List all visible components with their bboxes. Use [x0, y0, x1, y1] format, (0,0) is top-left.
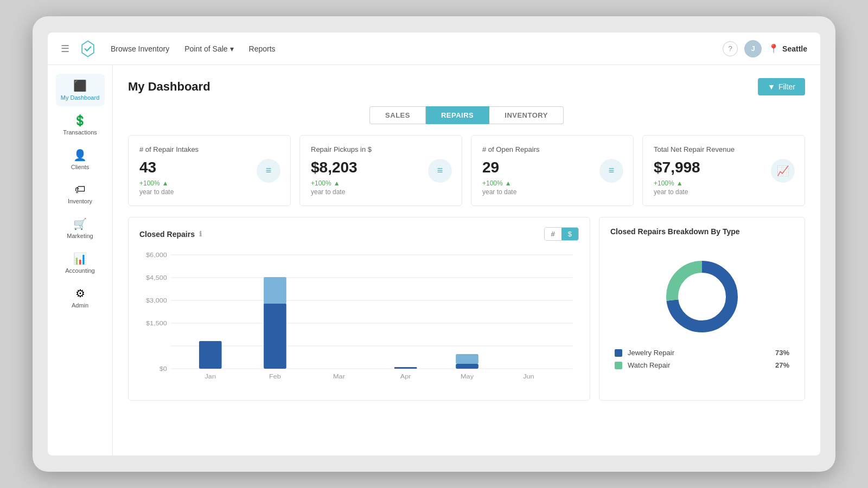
stat-change-0: +100% ▲ [139, 179, 279, 187]
transactions-icon: 💲 [73, 114, 87, 127]
sidebar-item-accounting[interactable]: 📊Accounting [56, 247, 105, 279]
stat-card-3: Total Net Repair Revenue $7,998 +100% ▲ … [642, 135, 805, 206]
sidebar-item-clients[interactable]: 👤Clients [56, 143, 105, 176]
help-button[interactable]: ? [723, 41, 738, 56]
sidebar-label-accounting: Accounting [65, 267, 94, 274]
toggle-count[interactable]: # [545, 228, 561, 240]
up-arrow-icon: ▲ [676, 179, 683, 187]
svg-text:$4,500: $4,500 [146, 274, 167, 281]
stat-title-2: # of Open Repairs [482, 145, 622, 153]
page-header: My Dashboard ▼ Filter [128, 78, 805, 95]
stat-period-1: year to date [311, 188, 451, 196]
tab-inventory[interactable]: INVENTORY [489, 106, 564, 124]
legend-pct: 27% [775, 361, 789, 369]
stat-change-3: +100% ▲ [654, 179, 794, 187]
nav-browse-inventory[interactable]: Browse Inventory [111, 44, 169, 53]
charts-row: Closed Repairs ℹ # $ [128, 217, 805, 401]
legend-dot [615, 362, 622, 369]
stat-icon-3: 📈 [771, 159, 795, 183]
stat-period-0: year to date [139, 188, 279, 196]
stat-period-3: year to date [654, 188, 794, 196]
svg-text:Mar: Mar [333, 373, 345, 380]
filter-icon: ▼ [768, 82, 775, 91]
app-logo [78, 39, 98, 59]
svg-text:$6,000: $6,000 [146, 252, 167, 259]
content-area: My Dashboard ▼ Filter SALESREPAIRSINVENT… [113, 65, 820, 455]
stat-title-3: Total Net Repair Revenue [654, 145, 794, 153]
breakdown-chart-title: Closed Repairs Breakdown By Type [610, 227, 740, 236]
svg-rect-11 [199, 341, 222, 369]
bar-chart-area: $6,000 $4,500 $3,000 $1,500 $0 Jan [139, 249, 579, 390]
svg-rect-17 [394, 367, 417, 369]
screen: ☰ Browse Inventory Point of Sale ▾ Repor… [48, 33, 820, 455]
donut-svg [659, 253, 745, 340]
inventory-icon: 🏷 [75, 183, 86, 196]
sidebar: ⬛My Dashboard💲Transactions👤Clients🏷Inven… [48, 65, 113, 455]
stat-title-0: # of Repair Intakes [139, 145, 279, 153]
svg-rect-13 [264, 303, 286, 369]
breakdown-chart: Closed Repairs Breakdown By Type [599, 217, 805, 401]
sidebar-item-dashboard[interactable]: ⬛My Dashboard [56, 74, 105, 106]
legend-label: Jewelry Repair [628, 349, 674, 357]
stat-period-2: year to date [482, 188, 622, 196]
stat-card-1: Repair Pickups in $ $8,203 +100% ▲ year … [299, 135, 462, 206]
nav-right: ? J 📍 Seattle [723, 40, 807, 57]
page-title: My Dashboard [128, 80, 210, 94]
sidebar-item-admin[interactable]: ⚙Admin [56, 281, 105, 314]
legend-pct: 73% [775, 349, 789, 357]
svg-text:Feb: Feb [269, 373, 281, 380]
closed-repairs-chart: Closed Repairs ℹ # $ [128, 217, 590, 401]
legend-label: Watch Repair [628, 361, 670, 369]
svg-rect-14 [264, 277, 286, 304]
svg-text:$3,000: $3,000 [146, 297, 167, 304]
stats-row: # of Repair Intakes 43 +100% ▲ year to d… [128, 135, 805, 206]
nav-point-of-sale[interactable]: Point of Sale ▾ [184, 44, 233, 53]
stat-icon-1: ≡ [428, 159, 452, 183]
sidebar-label-admin: Admin [72, 302, 88, 309]
stat-icon-2: ≡ [599, 159, 623, 183]
sidebar-label-marketing: Marketing [67, 233, 93, 239]
sidebar-item-inventory[interactable]: 🏷Inventory [56, 178, 105, 210]
user-avatar[interactable]: J [744, 40, 762, 57]
legend-item-watch-repair: Watch Repair 27% [615, 361, 789, 369]
dashboard-icon: ⬛ [73, 79, 87, 92]
bar-chart-svg: $6,000 $4,500 $3,000 $1,500 $0 Jan [139, 249, 579, 390]
stat-change-1: +100% ▲ [311, 179, 451, 187]
device-frame: ☰ Browse Inventory Point of Sale ▾ Repor… [33, 16, 835, 472]
hamburger-icon[interactable]: ☰ [61, 43, 69, 55]
donut-area: Jewelry Repair 73% Watch Repair 27% [610, 245, 794, 369]
accounting-icon: 📊 [73, 252, 87, 265]
clients-icon: 👤 [73, 149, 87, 162]
stat-title-1: Repair Pickups in $ [311, 145, 451, 153]
chevron-down-icon: ▾ [230, 44, 234, 53]
tab-sales[interactable]: SALES [369, 106, 426, 124]
tab-repairs[interactable]: REPAIRS [426, 106, 489, 124]
up-arrow-icon: ▲ [505, 179, 512, 187]
filter-button[interactable]: ▼ Filter [758, 78, 805, 95]
donut-legend: Jewelry Repair 73% Watch Repair 27% [610, 349, 794, 369]
stat-card-2: # of Open Repairs 29 +100% ▲ year to dat… [471, 135, 634, 206]
svg-point-25 [679, 273, 725, 320]
svg-rect-19 [456, 364, 478, 369]
nav-reports[interactable]: Reports [249, 44, 276, 53]
sidebar-item-transactions[interactable]: 💲Transactions [56, 108, 105, 141]
chart-toggle: # $ [544, 227, 579, 241]
top-nav: ☰ Browse Inventory Point of Sale ▾ Repor… [48, 33, 820, 65]
sidebar-item-marketing[interactable]: 🛒Marketing [56, 212, 105, 245]
stat-icon-0: ≡ [257, 159, 280, 183]
legend-item-jewelry-repair: Jewelry Repair 73% [615, 349, 789, 357]
main-layout: ⬛My Dashboard💲Transactions👤Clients🏷Inven… [48, 65, 820, 455]
sidebar-label-transactions: Transactions [63, 129, 97, 136]
toggle-dollar[interactable]: $ [561, 228, 578, 240]
svg-text:Apr: Apr [400, 373, 411, 380]
admin-icon: ⚙ [75, 287, 85, 300]
svg-text:$1,500: $1,500 [146, 320, 167, 327]
svg-text:May: May [461, 373, 474, 380]
info-icon[interactable]: ℹ [199, 230, 202, 238]
svg-text:Jun: Jun [523, 373, 534, 380]
svg-rect-20 [456, 354, 478, 364]
breakdown-chart-header: Closed Repairs Breakdown By Type [610, 227, 794, 236]
up-arrow-icon: ▲ [162, 179, 169, 187]
svg-text:Jan: Jan [205, 373, 216, 380]
location-display[interactable]: 📍 Seattle [768, 43, 807, 54]
